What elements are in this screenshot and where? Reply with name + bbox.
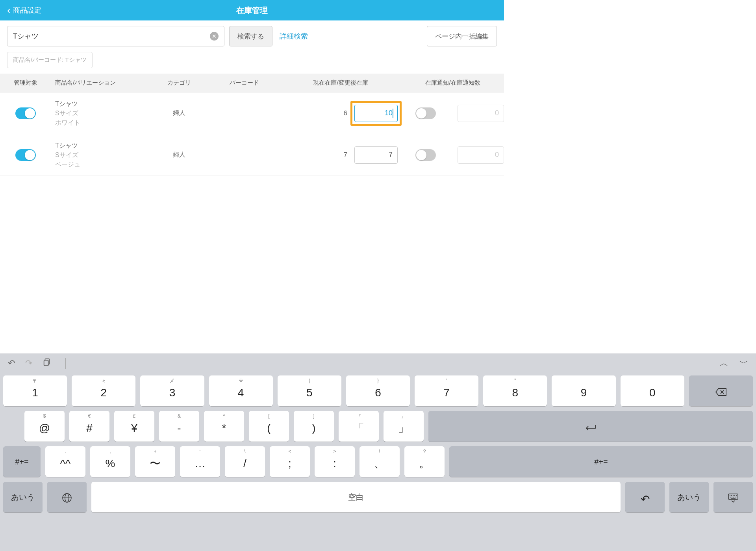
col-category: カテゴリ bbox=[150, 79, 209, 87]
virtual-keyboard: ↶ ↷ ︿ ﹀ 〒1々2〆3※4{5}6'7"890 $@€#£¥&-^*[(]… bbox=[0, 353, 504, 378]
search-button[interactable]: 検索する bbox=[229, 26, 272, 46]
key-7[interactable]: '7 bbox=[415, 375, 478, 378]
batch-edit-button[interactable]: ページ内一括編集 bbox=[427, 26, 497, 46]
page-title: 在庫管理 bbox=[236, 5, 268, 16]
key-1[interactable]: 〒1 bbox=[3, 375, 67, 378]
table-row: Tシャツ Sサイズ ホワイト 婦人 6 bbox=[0, 92, 504, 134]
stock-after-input[interactable] bbox=[354, 146, 398, 164]
notify-toggle[interactable] bbox=[415, 107, 436, 119]
svg-rect-1 bbox=[44, 360, 48, 366]
filter-chip[interactable]: 商品名/バーコード: Tシャツ bbox=[7, 52, 93, 68]
key-8[interactable]: "8 bbox=[483, 375, 504, 378]
back-label: 商品設定 bbox=[13, 6, 41, 15]
advanced-search-link[interactable]: 詳細検索 bbox=[280, 31, 308, 41]
undo-icon[interactable]: ↶ bbox=[8, 358, 15, 368]
stock-cell: 7 bbox=[280, 146, 402, 164]
col-manage: 管理対象 bbox=[0, 79, 51, 87]
search-input[interactable] bbox=[13, 32, 210, 41]
key-2[interactable]: 々2 bbox=[72, 375, 135, 378]
notify-toggle[interactable] bbox=[415, 149, 436, 161]
product-name-cell: Tシャツ Sサイズ ホワイト bbox=[51, 99, 150, 128]
col-name: 商品名/バリエーション bbox=[51, 79, 150, 87]
text-caret bbox=[393, 109, 393, 118]
key-6[interactable]: }6 bbox=[346, 375, 410, 378]
clear-icon[interactable]: ✕ bbox=[210, 32, 219, 41]
table-row: Tシャツ Sサイズ ベージュ 婦人 7 bbox=[0, 134, 504, 176]
chevron-left-icon: ‹ bbox=[7, 4, 11, 17]
app-header: ‹ 商品設定 在庫管理 bbox=[0, 0, 504, 20]
category-cell: 婦人 bbox=[150, 151, 209, 159]
key-3[interactable]: 〆3 bbox=[140, 375, 204, 378]
key-4[interactable]: ※4 bbox=[209, 375, 273, 378]
keyboard-rows: 〒1々2〆3※4{5}6'7"890 $@€#£¥&-^*[(])『「』」 #+… bbox=[0, 373, 504, 378]
table-header: 管理対象 商品名/バリエーション カテゴリ バーコード 現在在庫/変更後在庫 在… bbox=[0, 74, 504, 92]
search-row: ✕ 検索する 詳細検索 ページ内一括編集 bbox=[0, 20, 504, 50]
current-stock: 6 bbox=[344, 109, 347, 117]
current-stock: 7 bbox=[344, 151, 347, 159]
category-cell: 婦人 bbox=[150, 109, 209, 117]
manage-toggle[interactable] bbox=[15, 149, 36, 161]
notify-count-input bbox=[458, 105, 504, 122]
keyboard-toolbar: ↶ ↷ ︿ ﹀ bbox=[0, 353, 504, 373]
notify-count-input bbox=[458, 146, 504, 164]
col-stock: 現在在庫/変更後在庫 bbox=[280, 79, 402, 87]
stock-cell: 6 bbox=[280, 105, 402, 122]
stock-after-input[interactable] bbox=[354, 105, 398, 122]
notify-cell bbox=[402, 146, 504, 164]
notify-cell bbox=[402, 105, 504, 122]
manage-toggle[interactable] bbox=[15, 107, 36, 119]
toolbar-divider bbox=[65, 358, 66, 369]
back-button[interactable]: ‹ 商品設定 bbox=[0, 4, 48, 17]
col-barcode: バーコード bbox=[209, 79, 280, 87]
product-name-cell: Tシャツ Sサイズ ベージュ bbox=[51, 141, 150, 169]
search-box[interactable]: ✕ bbox=[7, 26, 224, 46]
col-notify: 在庫通知/在庫通知数 bbox=[402, 79, 504, 87]
key-5[interactable]: {5 bbox=[278, 375, 341, 378]
clipboard-icon[interactable] bbox=[43, 358, 51, 369]
redo-icon[interactable]: ↷ bbox=[25, 358, 32, 368]
